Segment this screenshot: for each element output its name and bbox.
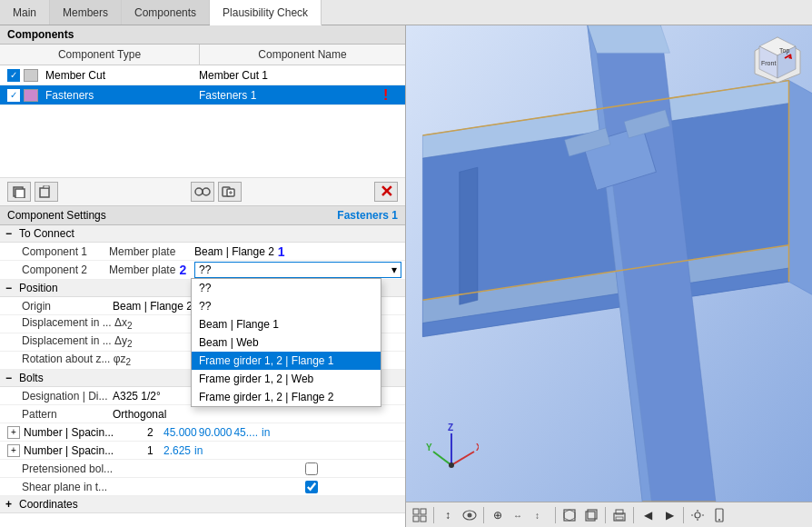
expand-icon-2[interactable]: + <box>7 444 20 457</box>
svg-text:↔: ↔ <box>513 511 522 521</box>
settings-header: Component Settings Fasteners 1 <box>0 206 405 225</box>
components-header: Components <box>0 25 405 45</box>
checkbox-pretensioned[interactable] <box>305 462 318 475</box>
svg-rect-46 <box>421 516 426 522</box>
prop-label-ns2: Number | Spacin... <box>20 444 147 457</box>
dropdown-item-3[interactable]: Beam | Web <box>192 333 381 352</box>
check-fasteners[interactable]: ✓ <box>4 89 24 102</box>
svg-rect-57 <box>616 517 623 520</box>
prop-pattern: Pattern Orthogonal <box>0 405 405 423</box>
prop-number-spacing-2: + Number | Spacin... 1 2.625 in <box>0 442 405 460</box>
comp-row-membercut[interactable]: ✓ Member Cut Member Cut 1 <box>0 65 405 85</box>
view-btn-next[interactable]: ▶ <box>659 505 679 525</box>
prop-label-component2: Component 2 <box>0 264 109 276</box>
dropdown-item-5[interactable]: Frame girder 1, 2 | Web <box>192 370 381 388</box>
prop-label-origin: Origin <box>0 300 109 313</box>
prop-label-disp-x: Displacement in ... Δx2 <box>0 316 182 331</box>
sep2 <box>483 507 484 523</box>
components-table: Component Type Component Name ✓ Member C… <box>0 45 405 105</box>
tab-members[interactable]: Members <box>50 0 122 25</box>
svg-rect-43 <box>413 509 419 514</box>
collapse-icon-coords: + <box>5 498 12 511</box>
view-btn-grid[interactable] <box>410 505 430 525</box>
view-btn-phone[interactable] <box>709 505 729 525</box>
tab-components[interactable]: Components <box>122 0 210 25</box>
view-btn-rotate[interactable]: ↕ <box>438 505 458 525</box>
dropdown-item-4[interactable]: Frame girder 1, 2 | Flange 1 <box>192 352 381 370</box>
checkbox-shear[interactable] <box>305 481 318 493</box>
collapse-icon-to-connect: − <box>5 227 12 240</box>
dropdown-menu: ?? ?? Beam | Flange 1 Beam | Web Frame g… <box>191 278 381 407</box>
svg-text:Front: Front <box>761 60 776 66</box>
view-btn-settings[interactable] <box>688 505 708 525</box>
prop-value-pattern: Orthogonal <box>109 408 405 421</box>
prop-label2-component1: Member plate <box>109 245 191 258</box>
nav-cube[interactable]: Front Top <box>750 33 805 87</box>
section-title-to-connect[interactable]: − To Connect <box>0 225 405 243</box>
prop-value-ns1: 2 45.000 90.000 45.... in <box>147 426 405 439</box>
svg-rect-2 <box>40 188 49 197</box>
svg-marker-52 <box>564 510 575 521</box>
tab-plausibility[interactable]: Plausibility Check <box>210 0 322 25</box>
view-btn-box1[interactable] <box>559 505 579 525</box>
check-membercut[interactable]: ✓ <box>4 69 24 82</box>
comp-row-fasteners[interactable]: ✓ Fasteners Fasteners 1 ! <box>0 85 405 105</box>
toolbar-btn-clone[interactable] <box>218 182 242 202</box>
dropdown-arrow: ▾ <box>391 264 397 276</box>
prop-component1: Component 1 Member plate Beam | Flange 2… <box>0 243 405 261</box>
toolbar-btn-1[interactable] <box>7 182 31 202</box>
view-btn-plus[interactable]: ⊕ <box>488 505 508 525</box>
toolbar-btn-assign[interactable] <box>191 182 214 202</box>
toolbar-btn-delete[interactable]: ✕ <box>374 182 398 202</box>
color-fasteners <box>24 89 38 102</box>
prop-label-component1: Component 1 <box>0 245 109 258</box>
prop-shear: Shear plane in t... <box>0 478 405 496</box>
tab-main[interactable]: Main <box>0 0 50 25</box>
axes-indicator: X Y Z <box>424 420 470 465</box>
svg-marker-17 <box>460 167 478 304</box>
sep4 <box>605 507 606 523</box>
toolbar-btn-2[interactable] <box>35 182 58 202</box>
dropdown-item-6[interactable]: Frame girder 1, 2 | Flange 2 <box>192 388 381 406</box>
section-to-connect: − To Connect Component 1 Member plate Be… <box>0 225 405 280</box>
value-membercut: Member Cut 1 <box>192 69 405 82</box>
collapse-icon-bolts: − <box>5 372 12 384</box>
checkbox-membercut[interactable]: ✓ <box>7 69 20 82</box>
view-btn-prev[interactable]: ◀ <box>638 505 658 525</box>
svg-point-34 <box>449 462 454 468</box>
dropdown-item-2[interactable]: Beam | Flange 1 <box>192 315 381 333</box>
svg-line-30 <box>433 452 451 465</box>
prop-pretensioned: Pretensioned bol... <box>0 460 405 478</box>
sep1 <box>433 507 434 523</box>
checkbox-fasteners[interactable]: ✓ <box>7 89 20 102</box>
view-btn-zarrow[interactable]: ↕ <box>531 505 551 525</box>
expand-icon-1[interactable]: + <box>7 426 20 439</box>
svg-text:X: X <box>476 442 479 452</box>
viewport[interactable]: X Y Z <box>406 25 812 502</box>
col-name-header: Component Name <box>200 45 405 65</box>
prop-label-disp-y: Displacement in ... Δy2 <box>0 334 182 349</box>
prop-label-rot-z: Rotation about z... φz2 <box>0 353 182 367</box>
prop-component2: Component 2 Member plate 2 ?? ▾ ?? <box>0 261 405 280</box>
section-coordinates: + Coordinates <box>0 496 405 513</box>
svg-point-48 <box>468 512 472 517</box>
view-btn-print[interactable] <box>609 505 629 525</box>
value-fasteners: Fasteners 1 <box>192 89 383 102</box>
section-title-coordinates[interactable]: + Coordinates <box>0 496 405 513</box>
svg-rect-44 <box>421 509 426 514</box>
view-btn-eye[interactable] <box>460 505 480 525</box>
svg-point-4 <box>195 188 203 195</box>
dropdown-item-0[interactable]: ?? <box>192 279 381 297</box>
prop-label-designation: Designation | Di... <box>0 390 109 403</box>
dropdown-component2[interactable]: ?? ▾ <box>194 262 401 278</box>
prop-value-pretensioned <box>218 462 405 475</box>
warn-fasteners: ! <box>383 87 401 104</box>
svg-rect-45 <box>413 516 419 522</box>
dropdown-item-1[interactable]: ?? <box>192 297 381 315</box>
svg-point-64 <box>718 519 720 521</box>
prop-number-spacing-1: + Number | Spacin... 2 45.000 90.000 45.… <box>0 423 405 442</box>
view-btn-xarrow[interactable]: ↔ <box>510 505 530 525</box>
sep3 <box>555 507 556 523</box>
svg-marker-14 <box>789 80 812 295</box>
view-btn-box2[interactable] <box>581 505 601 525</box>
